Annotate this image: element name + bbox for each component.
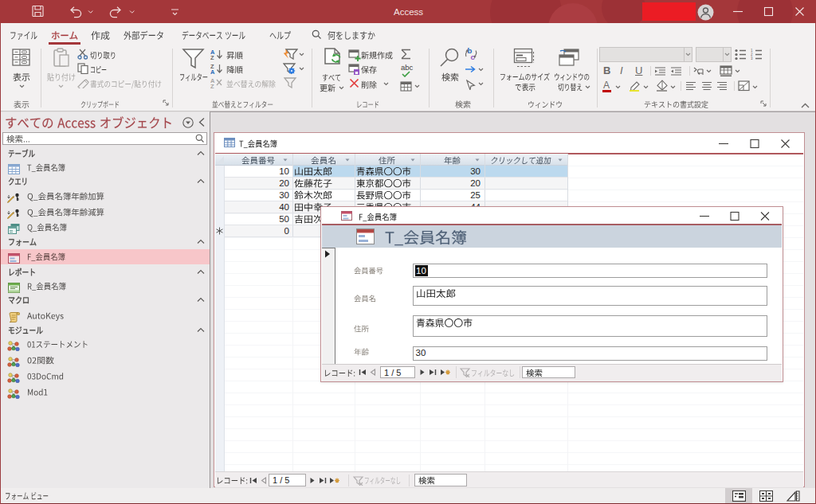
- svg-text:c: c: [471, 53, 475, 61]
- svg-text:Z: Z: [210, 54, 214, 60]
- svg-text:A: A: [210, 68, 215, 74]
- svg-text:3: 3: [751, 57, 753, 60]
- svg-text:Z: Z: [210, 83, 214, 88]
